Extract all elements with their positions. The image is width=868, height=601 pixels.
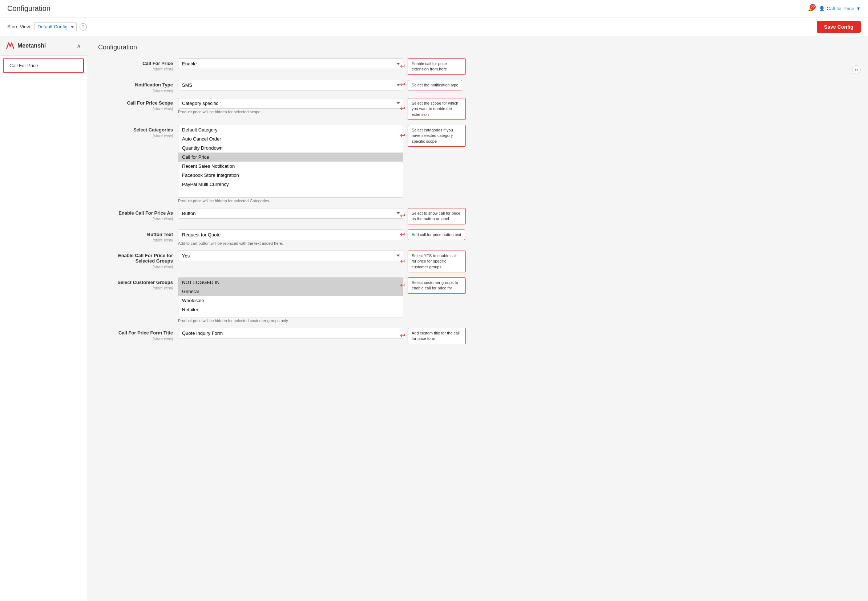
field-label-cfp-scope: Call For Price Scope — [98, 100, 173, 106]
cfp-groups-select[interactable]: Yes No — [178, 250, 403, 261]
field-label-form-title: Call For Price Form Title — [98, 330, 173, 336]
control-col-form-title — [178, 328, 403, 339]
field-scope-customer-groups: [store view] — [153, 286, 173, 290]
control-col-notification-type: SMS Email Both — [178, 80, 403, 90]
user-menu[interactable]: 👤 Call-for-Price ▼ — [819, 6, 861, 11]
field-scope-cfp-as: [store view] — [153, 217, 173, 221]
sidebar-item-label: Call For Price — [9, 63, 38, 68]
field-scope-form-title: [store view] — [153, 336, 173, 341]
tooltip-arrow-icon-4: ↩ — [400, 131, 405, 140]
main-layout: Meetanshi ∧ Call For Price Configuration… — [0, 36, 868, 601]
form-row-select-categories: Select Categories [store view] Default C… — [98, 125, 857, 203]
button-text-hint: Add to cart button will be replaced with… — [178, 241, 403, 246]
categories-listbox[interactable]: Default Category Auto Cancel Order Quant… — [178, 125, 403, 198]
form-row-call-for-price: Call For Price [store view] Enable Disab… — [98, 58, 857, 75]
collapse-circle-button[interactable]: ⊙ — [852, 66, 861, 74]
tooltip-arrow-icon-9: ↩ — [400, 331, 405, 341]
tooltip-arrow-icon-8: ↩ — [400, 281, 405, 290]
sidebar-brand-name: Meetanshi — [17, 43, 46, 49]
user-icon: 👤 — [819, 6, 825, 11]
user-label: Call-for-Price — [827, 6, 854, 11]
field-scope-notification-type: [store view] — [153, 88, 173, 93]
field-scope-cfp-scope: [store view] — [153, 107, 173, 111]
categories-hint: Product price will be hidden for selecte… — [178, 198, 403, 203]
meetanshi-logo-icon — [6, 41, 15, 50]
sidebar-brand: Meetanshi — [6, 41, 46, 50]
control-col-select-categories: Default Category Auto Cancel Order Quant… — [178, 125, 403, 203]
field-label-cfp-as: Enable Call For Price As — [98, 210, 173, 216]
control-col-cfp-groups: Yes No — [178, 250, 403, 261]
form-row-cfp-groups: Enable Call For Price for Selected Group… — [98, 250, 857, 272]
field-scope-select-categories: [store view] — [153, 133, 173, 137]
tooltip-arrow-icon-5: ↩ — [400, 212, 405, 221]
control-col-customer-groups: NOT LOGGED IN General Wholesale Retailer… — [178, 278, 403, 323]
tooltip-call-for-price: ↩ Enable call for price extension from h… — [408, 58, 466, 75]
cfp-scope-hint: Product price will be hidden for selecte… — [178, 110, 403, 114]
cfp-scope-select[interactable]: Category specific All Products Specific … — [178, 98, 403, 108]
form-row-cfp-scope: Call For Price Scope [store view] Catego… — [98, 98, 857, 120]
help-icon[interactable]: ? — [79, 23, 87, 31]
sidebar-chevron-icon: ∧ — [76, 43, 81, 49]
customer-groups-listbox[interactable]: NOT LOGGED IN General Wholesale Retailer — [178, 278, 403, 317]
tooltip-arrow-icon-7: ↩ — [400, 257, 405, 266]
label-col-notification-type: Notification Type [store view] — [98, 80, 178, 93]
form-row-notification-type: Notification Type [store view] SMS Email… — [98, 80, 857, 93]
tooltip-customer-groups: ↩ Select customer groups to enable call … — [408, 278, 466, 294]
label-col-form-title: Call For Price Form Title [store view] — [98, 328, 178, 341]
button-text-input[interactable] — [178, 229, 403, 240]
notification-type-select[interactable]: SMS Email Both — [178, 80, 403, 90]
store-view-label: Store View: — [7, 24, 31, 29]
control-col-cfp-as: Button Label — [178, 208, 403, 219]
form-row-cfp-as: Enable Call For Price As [store view] Bu… — [98, 208, 857, 224]
tooltip-cfp-scope: ↩ Select the scope for which you want to… — [408, 98, 466, 120]
label-col-select-categories: Select Categories [store view] — [98, 125, 178, 138]
field-label-customer-groups: Select Customer Groups — [98, 280, 173, 285]
label-col-call-for-price: Call For Price [store view] — [98, 58, 178, 72]
control-col-cfp-scope: Category specific All Products Specific … — [178, 98, 403, 114]
tooltip-arrow-icon-6: ↩ — [400, 230, 405, 239]
field-scope-cfp-groups: [store view] — [153, 264, 173, 269]
label-col-cfp-scope: Call For Price Scope [store view] — [98, 98, 178, 111]
field-scope-button-text: [store view] — [153, 238, 173, 242]
sidebar-item-call-for-price[interactable]: Call For Price — [3, 58, 84, 73]
control-col-call-for-price: Enable Disable — [178, 58, 403, 69]
tooltip-button-text: ↩ Add call for price button text — [408, 229, 465, 240]
call-for-price-select[interactable]: Enable Disable — [178, 58, 403, 69]
page-title: Configuration — [7, 5, 50, 13]
tooltip-notification-type: ↩ Select the notification type — [408, 80, 462, 90]
form-row-customer-groups: Select Customer Groups [store view] NOT … — [98, 278, 857, 323]
user-arrow-icon: ▼ — [856, 6, 861, 11]
tooltip-arrow-icon: ↩ — [400, 62, 405, 71]
control-col-button-text: Add to cart button will be replaced with… — [178, 229, 403, 246]
notification-bell[interactable]: 🔔 22 — [808, 6, 813, 11]
label-col-cfp-groups: Enable Call For Price for Selected Group… — [98, 250, 178, 269]
sidebar: Meetanshi ∧ Call For Price — [0, 36, 87, 601]
save-config-button[interactable]: Save Config — [817, 21, 861, 33]
tooltip-cfp-as: ↩ Select to show call for price as the b… — [408, 208, 466, 224]
header-right: 🔔 22 👤 Call-for-Price ▼ — [808, 6, 861, 11]
form-row-form-title: Call For Price Form Title [store view] ↩… — [98, 328, 857, 344]
cfp-as-select[interactable]: Button Label — [178, 208, 403, 219]
content-title: Configuration — [98, 44, 857, 51]
field-label-select-categories: Select Categories — [98, 127, 173, 133]
tooltip-arrow-icon-2: ↩ — [400, 81, 405, 90]
field-label-button-text: Button Text — [98, 232, 173, 237]
tooltip-form-title: ↩ Add custom title for the call for pric… — [408, 328, 466, 344]
content-area: Configuration Call For Price [store view… — [87, 36, 868, 601]
field-label-cfp-groups: Enable Call For Price for Selected Group… — [98, 253, 173, 264]
form-title-input[interactable] — [178, 328, 403, 339]
field-scope-call-for-price: [store view] — [153, 67, 173, 71]
sidebar-section-header[interactable]: Meetanshi ∧ — [0, 36, 87, 56]
store-view-select[interactable]: Default Config — [34, 22, 76, 31]
tooltip-arrow-icon-3: ↩ — [400, 104, 405, 113]
field-label-notification-type: Notification Type — [98, 82, 173, 87]
customer-groups-hint: Product price will be hidden for selecte… — [178, 319, 403, 323]
store-view-group: Store View: Default Config ? — [7, 22, 87, 31]
form-section: Call For Price [store view] Enable Disab… — [98, 58, 857, 344]
notification-badge: 22 — [810, 4, 816, 10]
form-row-button-text: Button Text [store view] Add to cart but… — [98, 229, 857, 246]
top-header: Configuration 🔔 22 👤 Call-for-Price ▼ — [0, 0, 868, 17]
secondary-header: Store View: Default Config ? Save Config — [0, 17, 868, 36]
label-col-customer-groups: Select Customer Groups [store view] — [98, 278, 178, 290]
tooltip-select-categories: ↩ Select categories if you have selected… — [408, 125, 466, 147]
